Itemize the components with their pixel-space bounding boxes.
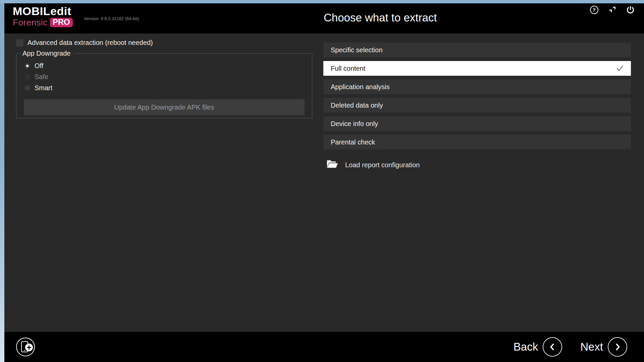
radio-icon[interactable] bbox=[24, 74, 30, 80]
option-parental-check[interactable]: Parental check bbox=[323, 135, 631, 149]
advanced-extraction-label: Advanced data extraction (reboot needed) bbox=[28, 39, 153, 47]
option-deleted-data-only[interactable]: Deleted data only bbox=[323, 98, 631, 113]
advanced-extraction-checkbox-row[interactable]: Advanced data extraction (reboot needed) bbox=[16, 39, 153, 47]
power-icon[interactable] bbox=[625, 5, 635, 15]
radio-off[interactable]: Off bbox=[24, 61, 312, 70]
next-button-label[interactable]: Next bbox=[580, 341, 603, 353]
radio-icon[interactable] bbox=[24, 63, 30, 69]
plus-icon bbox=[25, 344, 33, 351]
back-button-label[interactable]: Back bbox=[514, 341, 538, 353]
app-logo: MOBILedit Forensic PRO bbox=[13, 5, 73, 27]
radio-icon[interactable] bbox=[24, 85, 30, 91]
load-report-configuration[interactable]: Load report configuration bbox=[326, 160, 420, 170]
footer-bar: Back Next bbox=[4, 332, 644, 362]
wizard-navigation: Back Next bbox=[514, 332, 627, 362]
back-button[interactable] bbox=[543, 337, 562, 357]
logo-forensic: Forensic bbox=[13, 18, 48, 27]
update-apk-button[interactable]: Update App Downgrade APK files bbox=[24, 99, 305, 115]
window-border-top bbox=[0, 0, 644, 3]
window-border-left bbox=[0, 3, 4, 362]
check-icon bbox=[616, 65, 624, 72]
folder-open-icon bbox=[326, 160, 338, 170]
load-report-label: Load report configuration bbox=[345, 161, 420, 169]
header-bar: MOBILedit Forensic PRO Version: 9.6.0.32… bbox=[4, 3, 644, 34]
help-icon[interactable]: ? bbox=[589, 5, 599, 15]
radio-smart[interactable]: Smart bbox=[24, 83, 312, 93]
option-device-info-only[interactable]: Device info only bbox=[323, 116, 631, 131]
option-full-content[interactable]: Full content bbox=[323, 61, 631, 76]
logo-mobiledit: MOBILedit bbox=[13, 5, 73, 17]
version-text: Version: 9.6.0.32162 (64-bit) bbox=[84, 16, 139, 21]
page-title: Choose what to extract bbox=[324, 11, 437, 24]
app-downgrade-group: App Downgrade Off Safe Smart Update App … bbox=[16, 50, 312, 118]
checkbox-icon[interactable] bbox=[16, 39, 23, 47]
option-application-analysis[interactable]: Application analysis bbox=[323, 79, 631, 94]
add-device-button[interactable] bbox=[16, 338, 35, 356]
extract-option-list: Specific selection Full content Applicat… bbox=[323, 43, 631, 149]
main-content: Advanced data extraction (reboot needed)… bbox=[4, 34, 644, 332]
restore-window-icon[interactable] bbox=[607, 5, 617, 15]
logo-pro-badge: PRO bbox=[50, 18, 73, 27]
next-button[interactable] bbox=[608, 337, 627, 357]
header-icons: ? bbox=[589, 5, 635, 15]
app-downgrade-legend: App Downgrade bbox=[22, 50, 74, 57]
radio-safe[interactable]: Safe bbox=[24, 72, 312, 81]
option-specific-selection[interactable]: Specific selection bbox=[323, 43, 631, 57]
app-window: MOBILedit Forensic PRO Version: 9.6.0.32… bbox=[4, 3, 644, 362]
